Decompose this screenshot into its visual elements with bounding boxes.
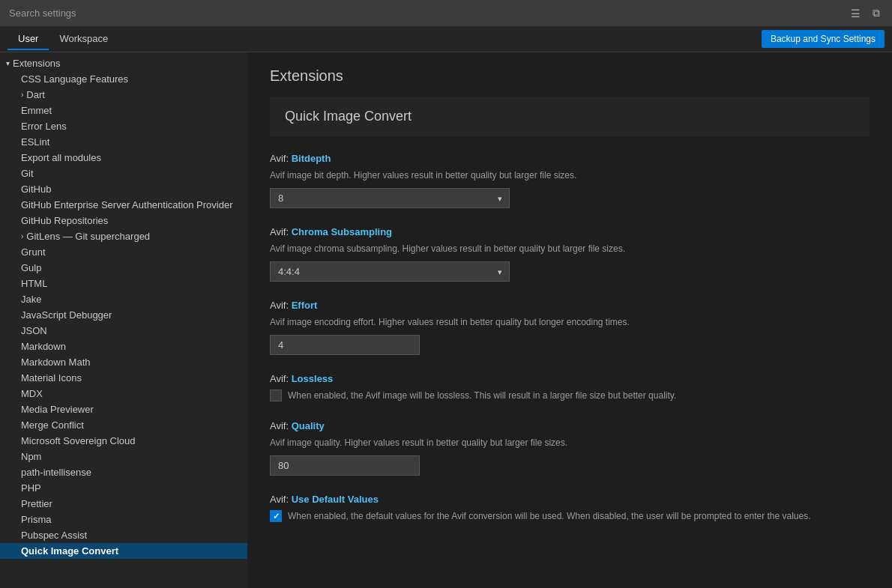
sidebar-item-export-all-modules[interactable]: Export all modules bbox=[0, 150, 247, 166]
avif-lossless-checkbox[interactable] bbox=[270, 390, 282, 401]
avif-bitdepth-desc: Avif image bit depth. Higher values resu… bbox=[270, 169, 870, 182]
setting-avif-quality: Avif: Quality Avif image quality. Higher… bbox=[270, 420, 870, 476]
sidebar-item-grunt[interactable]: Grunt bbox=[0, 244, 247, 260]
setting-avif-use-default: Avif: Use Default Values ✓ When enabled,… bbox=[270, 494, 870, 523]
avif-chroma-desc: Avif image chroma subsampling. Higher va… bbox=[270, 242, 870, 255]
tab-bar: User Workspace Backup and Sync Settings bbox=[0, 26, 892, 52]
avif-bitdepth-label: Avif: Bitdepth bbox=[270, 153, 870, 164]
avif-effort-label: Avif: Effort bbox=[270, 300, 870, 311]
filter-icon[interactable]: ⧉ bbox=[870, 5, 883, 21]
avif-effort-bold: Effort bbox=[292, 300, 318, 311]
sidebar-item-gitlens[interactable]: › GitLens — Git supercharged bbox=[0, 228, 247, 244]
avif-use-default-checkbox[interactable]: ✓ bbox=[270, 510, 282, 522]
avif-quality-bold: Quality bbox=[292, 420, 325, 431]
sidebar-item-quick-image-convert[interactable]: Quick Image Convert bbox=[0, 543, 247, 559]
sidebar-item-path-intellisense[interactable]: path-intellisense bbox=[0, 464, 247, 480]
sidebar-item-extensions-header[interactable]: ▾ Extensions bbox=[0, 55, 247, 71]
avif-use-default-bold: Use Default Values bbox=[292, 494, 379, 505]
avif-chroma-select[interactable]: 4:2:0 4:2:2 4:4:4 bbox=[270, 261, 510, 282]
sidebar-item-dart[interactable]: › Dart bbox=[0, 87, 247, 103]
search-bar: ☰ ⧉ bbox=[0, 0, 892, 26]
backup-sync-button[interactable]: Backup and Sync Settings bbox=[762, 30, 885, 48]
extensions-label: Extensions bbox=[13, 58, 61, 69]
avif-use-default-checkbox-label: When enabled, the default values for the… bbox=[288, 509, 811, 523]
main-layout: ▾ Extensions CSS Language Features › Dar… bbox=[0, 52, 892, 588]
sidebar-item-microsoft-sovereign-cloud[interactable]: Microsoft Sovereign Cloud bbox=[0, 433, 247, 449]
sidebar-item-markdown-math[interactable]: Markdown Math bbox=[0, 354, 247, 370]
avif-quality-desc: Avif image quality. Higher values result… bbox=[270, 436, 870, 449]
sidebar-item-github[interactable]: GitHub bbox=[0, 181, 247, 197]
sidebar-item-markdown[interactable]: Markdown bbox=[0, 339, 247, 354]
sidebar-item-prisma[interactable]: Prisma bbox=[0, 512, 247, 527]
sidebar-item-npm[interactable]: Npm bbox=[0, 449, 247, 464]
extensions-collapse-arrow: ▾ bbox=[6, 59, 10, 67]
avif-chroma-bold: Chroma Subsampling bbox=[292, 226, 392, 237]
sidebar-item-javascript-debugger[interactable]: JavaScript Debugger bbox=[0, 307, 247, 323]
section-title: Quick Image Convert bbox=[285, 109, 855, 124]
settings-content: Avif: Bitdepth Avif image bit depth. Hig… bbox=[270, 138, 870, 523]
sidebar-item-github-enterprise[interactable]: GitHub Enterprise Server Authentication … bbox=[0, 197, 247, 213]
avif-use-default-row: ✓ When enabled, the default values for t… bbox=[270, 509, 870, 523]
avif-effort-desc: Avif image encoding effort. Higher value… bbox=[270, 315, 870, 329]
sidebar-item-error-lens[interactable]: Error Lens bbox=[0, 118, 247, 134]
avif-lossless-row: When enabled, the Avif image will be los… bbox=[270, 389, 870, 402]
sidebar-item-prettier[interactable]: Prettier bbox=[0, 496, 247, 512]
sidebar-item-git[interactable]: Git bbox=[0, 166, 247, 181]
settings-list-icon[interactable]: ☰ bbox=[848, 6, 864, 21]
avif-bitdepth-select-wrapper: 8 10 12 ▾ bbox=[270, 188, 510, 208]
content-area: Extensions Quick Image Convert Avif: Bit… bbox=[247, 52, 892, 588]
avif-chroma-label: Avif: Chroma Subsampling bbox=[270, 226, 870, 237]
sidebar-item-php[interactable]: PHP bbox=[0, 480, 247, 496]
dart-arrow: › bbox=[21, 91, 23, 99]
sidebar-item-css-language-features[interactable]: CSS Language Features bbox=[0, 71, 247, 87]
avif-use-default-checkmark: ✓ bbox=[273, 512, 280, 521]
sidebar-item-media-previewer[interactable]: Media Previewer bbox=[0, 401, 247, 417]
avif-bitdepth-bold: Bitdepth bbox=[292, 153, 331, 164]
search-input[interactable] bbox=[9, 7, 848, 19]
avif-quality-label: Avif: Quality bbox=[270, 420, 870, 431]
avif-use-default-label: Avif: Use Default Values bbox=[270, 494, 870, 505]
avif-lossless-bold: Lossless bbox=[292, 373, 334, 384]
avif-lossless-checkbox-label: When enabled, the Avif image will be los… bbox=[288, 389, 676, 402]
sidebar-item-json[interactable]: JSON bbox=[0, 323, 247, 339]
gitlens-arrow: › bbox=[21, 232, 23, 240]
avif-lossless-label: Avif: Lossless bbox=[270, 373, 870, 384]
sidebar-item-eslint[interactable]: ESLint bbox=[0, 134, 247, 150]
tab-workspace[interactable]: Workspace bbox=[49, 28, 118, 50]
section-header-box: Quick Image Convert bbox=[270, 97, 870, 136]
avif-effort-input[interactable] bbox=[270, 335, 420, 355]
sidebar-item-jake[interactable]: Jake bbox=[0, 291, 247, 307]
setting-avif-bitdepth: Avif: Bitdepth Avif image bit depth. Hig… bbox=[270, 153, 870, 208]
sidebar: ▾ Extensions CSS Language Features › Dar… bbox=[0, 52, 247, 588]
setting-avif-effort: Avif: Effort Avif image encoding effort.… bbox=[270, 300, 870, 355]
sidebar-item-pubspec-assist[interactable]: Pubspec Assist bbox=[0, 527, 247, 543]
avif-bitdepth-select[interactable]: 8 10 12 bbox=[270, 188, 510, 208]
sidebar-item-html[interactable]: HTML bbox=[0, 276, 247, 291]
dart-label: Dart bbox=[26, 89, 45, 100]
page-title: Extensions bbox=[270, 67, 870, 85]
sidebar-item-mdx[interactable]: MDX bbox=[0, 386, 247, 401]
avif-quality-input[interactable] bbox=[270, 455, 420, 476]
sidebar-item-material-icons[interactable]: Material Icons bbox=[0, 370, 247, 386]
sidebar-item-github-repositories[interactable]: GitHub Repositories bbox=[0, 213, 247, 228]
sidebar-item-gulp[interactable]: Gulp bbox=[0, 260, 247, 276]
avif-chroma-select-wrapper: 4:2:0 4:2:2 4:4:4 ▾ bbox=[270, 261, 510, 282]
gitlens-label: GitLens — Git supercharged bbox=[26, 231, 150, 242]
tab-user[interactable]: User bbox=[7, 28, 49, 50]
setting-avif-chroma: Avif: Chroma Subsampling Avif image chro… bbox=[270, 226, 870, 282]
search-bar-icons: ☰ ⧉ bbox=[848, 5, 883, 21]
sidebar-item-merge-conflict[interactable]: Merge Conflict bbox=[0, 417, 247, 433]
sidebar-item-emmet[interactable]: Emmet bbox=[0, 103, 247, 118]
setting-avif-lossless: Avif: Lossless When enabled, the Avif im… bbox=[270, 373, 870, 402]
